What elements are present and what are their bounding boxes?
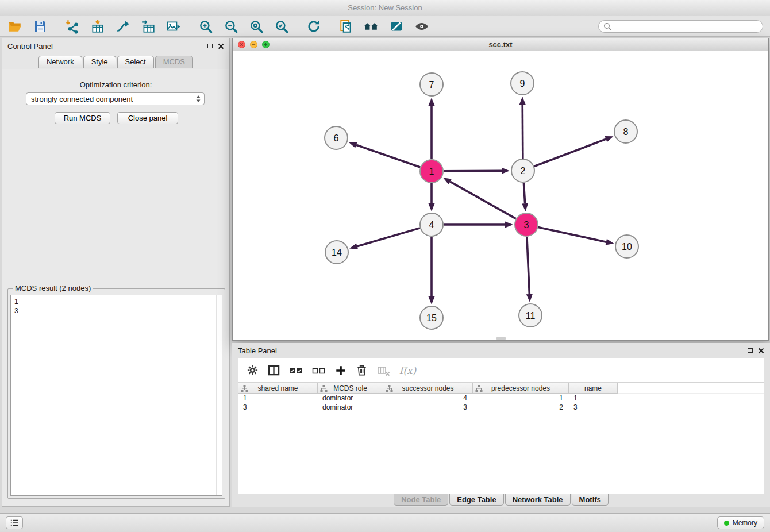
window-minimize-button[interactable] <box>250 41 257 48</box>
graph-node-14[interactable]: 14 <box>325 241 348 264</box>
table-arrow-icon <box>141 19 156 34</box>
edge-arrowhead-icon <box>349 142 357 148</box>
graph-edge-1-2[interactable] <box>444 171 502 171</box>
column-header-predecessor-nodes[interactable]: predecessor nodes <box>473 383 569 394</box>
network-window-titlebar[interactable]: scc.txt <box>233 38 768 51</box>
graph-edge-4-14[interactable] <box>357 228 420 246</box>
tab-network[interactable]: Network <box>38 56 82 68</box>
graph-edge-3-10[interactable] <box>538 227 606 242</box>
network-arrow-icon <box>116 19 130 34</box>
edge-arrowhead-icon <box>502 168 510 174</box>
window-close-button[interactable] <box>238 41 245 48</box>
tab-edge-table[interactable]: Edge Table <box>449 494 503 506</box>
mcds-result-list[interactable]: 1 3 <box>10 295 222 496</box>
graph-node-label: 14 <box>332 248 342 257</box>
table-row[interactable]: 3 dominator 3 2 3 <box>238 403 764 412</box>
memory-button[interactable]: Memory <box>717 516 764 529</box>
graph-node-9[interactable]: 9 <box>511 72 534 95</box>
column-header-successor-nodes[interactable]: successor nodes <box>383 383 473 394</box>
header-filler <box>618 383 764 394</box>
float-panel-icon[interactable] <box>207 44 213 48</box>
network-canvas[interactable]: 7968124314101511 <box>233 51 768 340</box>
graph-node-label: 1 <box>429 167 434 176</box>
edge-arrowhead-icon <box>429 98 435 106</box>
graph-edge-3-11[interactable] <box>527 237 529 294</box>
tab-mcds[interactable]: MCDS <box>155 56 193 68</box>
export-image-button[interactable] <box>165 18 182 34</box>
graph-edge-1-6[interactable] <box>356 145 420 167</box>
search-input[interactable] <box>614 22 758 30</box>
graph-node-15[interactable]: 15 <box>420 306 443 329</box>
column-header-shared-name[interactable]: shared name <box>238 383 318 394</box>
add-column-button[interactable] <box>335 365 346 376</box>
close-table-panel-icon[interactable] <box>758 348 764 354</box>
tab-motifs[interactable]: Motifs <box>572 494 609 506</box>
window-zoom-button[interactable] <box>262 41 270 48</box>
tab-node-table[interactable]: Node Table <box>394 494 448 506</box>
tab-network-table[interactable]: Network Table <box>505 494 571 506</box>
result-scrollbar-track[interactable] <box>216 295 217 495</box>
new-network-button[interactable] <box>115 18 131 34</box>
tab-style[interactable]: Style <box>83 56 116 68</box>
table-settings-button[interactable] <box>247 364 259 376</box>
deselect-all-button[interactable] <box>312 366 326 375</box>
graph-edge-2-3[interactable] <box>523 183 525 203</box>
graph-node-11[interactable]: 11 <box>519 304 542 327</box>
import-table-button[interactable] <box>90 18 106 34</box>
horizontal-scrollbar-thumb[interactable] <box>496 337 506 340</box>
home-layout-button[interactable] <box>363 18 379 34</box>
open-session-button[interactable] <box>7 18 23 34</box>
zoom-in-button[interactable] <box>198 18 214 34</box>
graph-node-label: 6 <box>334 133 339 143</box>
column-header-mcds-role[interactable]: MCDS role <box>318 383 383 394</box>
graph-node-4[interactable]: 4 <box>420 213 443 236</box>
graph-node-10[interactable]: 10 <box>615 235 638 258</box>
delete-rows-button[interactable] <box>356 364 368 376</box>
graph-node-2[interactable]: 2 <box>511 159 534 182</box>
select-all-button[interactable] <box>289 366 303 375</box>
graph-node-1[interactable]: 1 <box>420 160 443 183</box>
function-builder-button[interactable]: f(x) <box>399 365 416 376</box>
table-row[interactable]: 1 dominator 4 1 1 <box>238 394 764 403</box>
toolbar-search[interactable] <box>598 20 763 33</box>
graph-node-3[interactable]: 3 <box>515 213 538 236</box>
control-panel-tabbar: Network Style Select MCDS <box>2 53 229 68</box>
optimization-criterion-label: Optimization criterion: <box>2 80 229 89</box>
zoom-selected-icon <box>274 19 289 34</box>
graph-edge-2-8[interactable] <box>534 139 606 166</box>
run-mcds-button[interactable]: Run MCDS <box>55 112 110 124</box>
graph-node-6[interactable]: 6 <box>325 126 348 149</box>
apply-style-button[interactable] <box>388 18 405 34</box>
column-type-icon <box>241 385 248 392</box>
close-panel-button[interactable]: Close panel <box>117 112 178 124</box>
columns-icon <box>268 364 280 376</box>
zoom-fit-button[interactable] <box>248 18 264 34</box>
graph-node-8[interactable]: 8 <box>614 120 637 143</box>
zoom-selected-button[interactable] <box>274 18 290 34</box>
show-hide-graphics-button[interactable] <box>414 18 430 34</box>
zoom-out-button[interactable] <box>223 18 239 34</box>
graph-node-label: 2 <box>521 166 526 176</box>
show-panels-button[interactable] <box>6 516 23 529</box>
graph-edge-3-1[interactable] <box>450 182 515 219</box>
close-panel-icon[interactable] <box>218 43 224 49</box>
show-columns-button[interactable] <box>268 364 280 376</box>
tab-select[interactable]: Select <box>117 56 154 68</box>
column-header-name[interactable]: name <box>569 383 618 394</box>
graph-node-7[interactable]: 7 <box>420 73 443 96</box>
import-network-button[interactable] <box>64 18 80 34</box>
folder-open-icon <box>7 19 22 34</box>
refresh-view-button[interactable] <box>306 18 322 34</box>
optimization-criterion-select[interactable]: strongly connected component <box>26 92 205 105</box>
main-toolbar <box>0 16 770 37</box>
graph-node-label: 3 <box>524 220 529 230</box>
edge-arrowhead-icon <box>505 222 513 228</box>
float-table-panel-icon[interactable] <box>748 348 753 353</box>
save-session-button[interactable] <box>32 18 48 34</box>
delete-column-button[interactable] <box>377 364 390 377</box>
graph-edge-2-9[interactable] <box>522 105 523 159</box>
new-table-button[interactable] <box>140 18 156 34</box>
copy-style-button[interactable] <box>338 18 354 34</box>
control-panel: Control Panel Network Style Select MCDS … <box>2 38 230 507</box>
table-panel-tabbar: Node Table Edge Table Network Table Moti… <box>232 494 770 507</box>
